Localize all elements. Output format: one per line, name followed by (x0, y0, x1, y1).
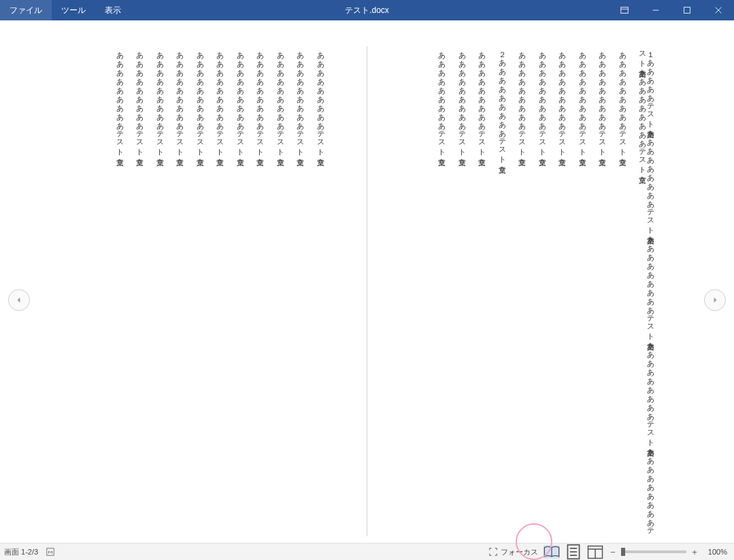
text-column: あああああああああテスト文章 (297, 46, 305, 536)
pages-container: あああああああああテスト文章あああああああああテスト文章あああああああああテスト… (52, 46, 682, 536)
text-column: １あああああテスト文章あああああああああテスト文章あああああああああテスト文章あ… (639, 46, 654, 536)
text-column: あああああああああテスト文章 (458, 46, 466, 536)
page-2: あああああああああテスト文章あああああああああテスト文章あああああああああテスト… (52, 46, 352, 536)
prev-page-button[interactable] (8, 289, 30, 311)
text-column: あああああああああテスト文章 (578, 46, 586, 536)
page-divider (367, 46, 367, 536)
text-column: あああああああああテスト文章 (518, 46, 527, 536)
menu-view[interactable]: 表示 (95, 0, 131, 20)
window-controls (609, 0, 734, 20)
svg-rect-0 (621, 7, 629, 14)
text-column: あああああああああテスト文章 (156, 46, 164, 536)
zoom-controls: − + 100% (609, 547, 730, 557)
zoom-slider[interactable] (621, 550, 686, 553)
page-indicator[interactable]: 画面 1-2/3 (4, 547, 38, 557)
titlebar: ファイル ツール 表示 テスト.docx (0, 0, 734, 20)
status-bar: 画面 1-2/3 フォーカス − + 100% (0, 543, 734, 560)
text-column: あああああああああテスト文章 (196, 46, 204, 536)
zoom-value[interactable]: 100% (703, 548, 730, 556)
text-column: あああああああああテスト文章 (437, 46, 446, 536)
print-layout-button[interactable] (565, 545, 582, 559)
document-title: テスト.docx (345, 5, 389, 16)
web-layout-button[interactable] (587, 545, 603, 559)
text-column: あああああああああテスト文章 (558, 46, 567, 536)
text-column: あああああああああテスト文章 (176, 46, 184, 536)
text-column: ２あああああああああテスト文章 (498, 46, 506, 536)
text-column: あああああああああテスト文章 (478, 46, 486, 536)
ribbon-display-button[interactable] (609, 0, 640, 20)
minimize-button[interactable] (640, 0, 671, 20)
focus-mode-button[interactable]: フォーカス (488, 547, 538, 557)
close-button[interactable] (703, 0, 734, 20)
next-page-button[interactable] (704, 289, 726, 311)
menu-tool[interactable]: ツール (52, 0, 95, 20)
zoom-out-button[interactable]: − (609, 547, 617, 557)
text-column: あああああああああテスト文章 (599, 46, 607, 536)
text-column: あああああああああテスト文章 (136, 46, 144, 536)
text-column: あああああああああテスト文章 (236, 46, 244, 536)
read-mode-button[interactable] (544, 545, 560, 559)
text-column: あああああああああテスト文章 (216, 46, 224, 536)
document-area: あああああああああテスト文章あああああああああテスト文章あああああああああテスト… (0, 20, 734, 543)
text-column: あああああああああテスト文章 (538, 46, 546, 536)
menu-bar: ファイル ツール 表示 (0, 0, 131, 20)
text-column: あああああああああテスト文章 (618, 46, 627, 536)
maximize-button[interactable] (671, 0, 703, 20)
text-column: あああああああああテスト文章 (116, 46, 124, 536)
svg-rect-2 (684, 7, 690, 14)
macro-icon[interactable] (45, 546, 56, 557)
zoom-in-button[interactable]: + (690, 547, 699, 557)
page-1: １あああああテスト文章あああああああああテスト文章あああああああああテスト文章あ… (382, 46, 682, 536)
text-column: あああああああああテスト文章 (256, 46, 265, 536)
text-column: あああああああああテスト文章 (316, 46, 324, 536)
text-column: あああああああああテスト文章 (276, 46, 284, 536)
svg-rect-5 (47, 548, 54, 556)
menu-file[interactable]: ファイル (0, 0, 52, 20)
